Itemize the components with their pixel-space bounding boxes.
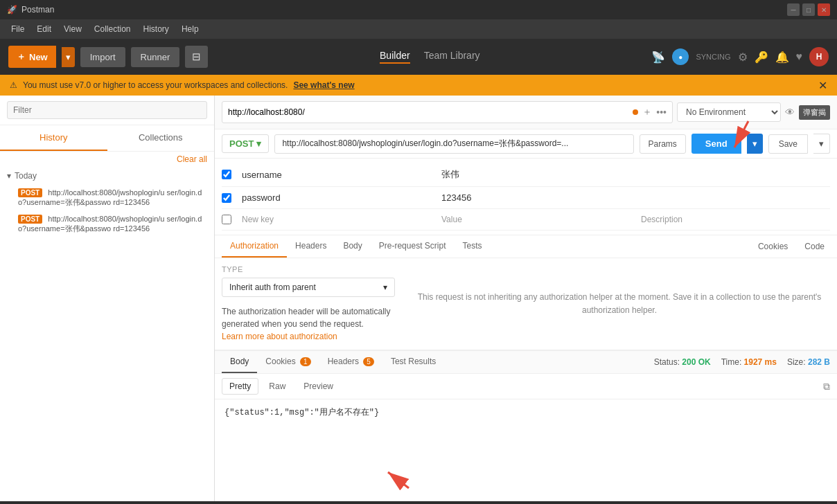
history-url-2: http://localhost:8080/jwshoplogin/u ser/… [18,215,202,233]
method-chevron-icon: ▾ [256,138,261,149]
sidebar-history-tab[interactable]: History [0,125,107,151]
warning-icon: ⚠ [10,80,17,90]
params-button[interactable]: Params [640,134,686,154]
param-new-value[interactable]: Value [437,212,631,227]
import-button[interactable]: Import [80,47,125,67]
clear-all-button[interactable]: Clear all [0,152,214,167]
sidebar-expand-button[interactable]: 弹窗揭 [799,105,830,120]
content-area: ＋ ••• No Environment 👁 弹窗揭 POST ▾ Params… [215,96,837,501]
layout-button[interactable]: ⊟ [185,46,208,68]
close-button[interactable]: ✕ [818,3,830,16]
param-2-checkbox[interactable] [222,193,231,203]
method-value: POST [229,138,254,149]
copy-response-button[interactable]: ⧉ [823,381,830,393]
request-url-input[interactable] [274,134,633,154]
auth-description: The authorization header will be automat… [222,305,395,343]
req-tab-prerequest[interactable]: Pre-request Script [371,235,455,258]
antenna-icon[interactable]: 📡 [651,51,665,64]
req-tab-tests[interactable]: Tests [454,235,490,258]
request-tabs: Authorization Headers Body Pre-request S… [215,235,837,258]
menu-file[interactable]: File [6,23,30,35]
warning-link[interactable]: See what's new [293,80,354,90]
warning-banner: ⚠ You must use v7.0 or higher to access … [0,75,837,96]
history-item-2[interactable]: POST http://localhost:8080/jwshoplogin/u… [0,211,214,237]
param-2-value[interactable]: 123456 [437,190,631,206]
resp-tab-cookies[interactable]: Cookies 1 [257,351,319,373]
window-controls[interactable]: ─ □ ✕ [787,3,830,16]
post-badge-1: POST [18,188,42,197]
avatar[interactable]: H [809,47,829,66]
sidebar-tabs: History Collections [0,125,214,152]
cookies-link[interactable]: Cookies [752,236,793,257]
heart-icon[interactable]: ♥ [796,51,803,63]
sync-indicator: ● [672,48,689,65]
auth-type-select[interactable]: Inherit auth from parent ▾ [222,278,395,297]
runner-button[interactable]: Runner [131,47,180,67]
url-input[interactable] [228,107,628,117]
settings-icon[interactable]: ⚙ [738,51,748,64]
fmt-raw[interactable]: Raw [261,378,293,395]
send-dropdown-button[interactable]: ▾ [747,134,763,154]
auth-type-label: TYPE [222,265,395,273]
new-button[interactable]: ＋ New [8,46,56,68]
post-badge-2: POST [18,215,42,224]
req-tab-authorization[interactable]: Authorization [222,235,287,258]
code-link[interactable]: Code [799,236,830,257]
warning-text: You must use v7.0 or higher to access yo… [23,80,288,90]
app-title: Postman [21,5,787,15]
new-dropdown-button[interactable]: ▾ [62,47,75,67]
send-button[interactable]: Send [691,134,741,154]
minimize-button[interactable]: ─ [787,3,800,16]
titlebar: 🚀 Postman ─ □ ✕ [0,0,837,19]
auth-panel: TYPE Inherit auth from parent ▾ The auth… [215,258,837,350]
environment-select[interactable]: No Environment [677,102,781,122]
bottom-bar: ⊟ 🔍 ⊞ https://blog.csdn.net/… 🌐 ⊡ ⌨ ? [0,501,837,504]
url-bar: ＋ ••• No Environment 👁 弹窗揭 [215,96,837,129]
add-tab-button[interactable]: ＋ [642,106,652,118]
history-url-1: http://localhost:8080/jwshoplogin/u ser/… [18,188,202,206]
filter-input[interactable] [7,101,207,119]
history-item-1[interactable]: POST http://localhost:8080/jwshoplogin/u… [0,185,214,211]
param-1-checkbox[interactable] [222,170,231,179]
save-dropdown-button[interactable]: ▾ [813,134,830,154]
resp-tab-test-results[interactable]: Test Results [382,351,444,373]
param-1-key[interactable]: username [237,167,431,183]
menu-edit[interactable]: Edit [31,23,57,35]
sidebar-collections-tab[interactable]: Collections [107,125,215,151]
url-status-dot [633,109,638,115]
req-tab-body[interactable]: Body [335,235,370,258]
learn-more-link[interactable]: Learn more about authorization [222,332,337,341]
maximize-button[interactable]: □ [802,3,815,16]
param-new-desc: Description [636,212,830,227]
param-2-key[interactable]: password [237,190,431,206]
resp-tab-headers[interactable]: Headers 5 [319,351,382,373]
size-value: 282 B [808,357,830,367]
bell-icon[interactable]: 🔔 [775,51,789,64]
more-options-button[interactable]: ••• [656,107,667,118]
toolbar-right: 📡 ● SYNCING ⚙ 🔑 🔔 ♥ H [651,47,829,66]
menu-history[interactable]: History [138,23,175,35]
method-select[interactable]: POST ▾ [222,134,269,153]
team-library-tab[interactable]: Team Library [424,50,480,64]
resp-tab-body[interactable]: Body [222,351,257,373]
param-row-new: New key Value Description [222,209,830,231]
menu-view[interactable]: View [58,23,87,35]
menu-collection[interactable]: Collection [89,23,136,35]
cookies-count-badge: 1 [300,357,311,366]
menubar: File Edit View Collection History Help [0,19,837,39]
param-new-checkbox[interactable] [222,215,231,224]
save-button[interactable]: Save [768,134,808,154]
warning-close-button[interactable]: ✕ [818,79,827,92]
menu-help[interactable]: Help [176,23,204,35]
fmt-preview[interactable]: Preview [296,378,341,395]
sidebar-search-container [0,96,214,125]
param-new-key[interactable]: New key [237,212,431,227]
param-1-value[interactable]: 张伟 [437,165,631,183]
env-settings-icon[interactable]: 👁 [785,107,795,118]
key-icon[interactable]: 🔑 [755,51,768,64]
builder-tab[interactable]: Builder [380,50,410,64]
req-tab-headers[interactable]: Headers [287,235,335,258]
fmt-pretty[interactable]: Pretty [222,378,258,395]
sync-label: SYNCING [696,53,730,61]
request-tab-right: Cookies Code [752,236,830,257]
